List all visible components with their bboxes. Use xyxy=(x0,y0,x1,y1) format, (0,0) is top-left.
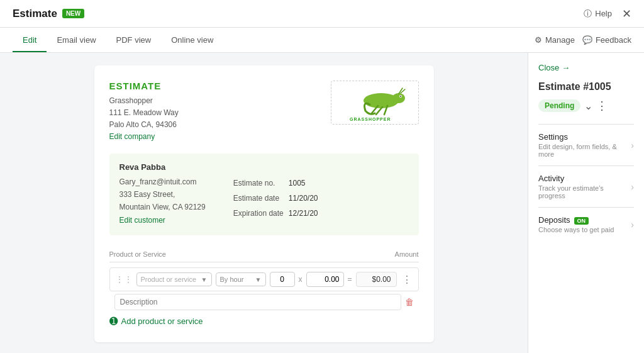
new-badge: NEW xyxy=(62,9,84,18)
customer-estimate-details: Estimate no. 1005 Estimate date 11/20/20… xyxy=(231,176,321,221)
product-col-header: Product or Service xyxy=(109,250,166,258)
activity-subtitle: Track your estimate's progress xyxy=(538,184,631,199)
company-block: ESTIMATE Grasshopper 111 E. Meadow Way P… xyxy=(109,81,179,141)
tab-bar-right: ⚙ Manage 💬 Feedback xyxy=(535,35,631,45)
right-sidebar: Close → Estimate #1005 Pending ⌄ ⋮ Setti… xyxy=(528,53,644,353)
settings-subtitle: Edit design, form fields, & more xyxy=(538,143,631,158)
tab-email-view[interactable]: Email view xyxy=(47,29,106,52)
deposits-chevron-icon: › xyxy=(631,220,634,230)
gear-icon: ⚙ xyxy=(535,35,542,45)
line-items-header: Product or Service Amount xyxy=(109,247,419,262)
add-circle-icon: ➊ xyxy=(109,315,118,327)
help-button[interactable]: ⓘ Help xyxy=(584,8,612,20)
quantity-input[interactable] xyxy=(270,272,295,287)
tab-pdf-view[interactable]: PDF view xyxy=(106,29,162,52)
deposits-subtitle: Choose ways to get paid xyxy=(538,226,631,233)
description-row: 🗑 xyxy=(109,294,419,310)
product-chevron-icon: ▼ xyxy=(201,276,208,283)
product-select[interactable]: Product or service ▼ xyxy=(136,272,212,286)
line-item-row: ⋮⋮ Product or service ▼ By hour ▼ x = $0… xyxy=(109,267,419,291)
status-row: Pending ⌄ ⋮ xyxy=(538,99,634,113)
settings-title: Settings xyxy=(538,132,631,142)
company-logo: GRASSHOPPER LANDSCAPING xyxy=(337,84,413,121)
drag-handle-icon[interactable]: ⋮⋮ xyxy=(115,274,133,284)
status-dropdown-button[interactable]: ⌄ xyxy=(584,100,592,112)
edit-company-link[interactable]: Edit company xyxy=(109,132,155,141)
deposits-title-row: Deposits ON xyxy=(538,215,631,226)
tab-edit[interactable]: Edit xyxy=(13,29,47,52)
rate-chevron-icon: ▼ xyxy=(255,276,262,283)
main-layout: ESTIMATE Grasshopper 111 E. Meadow Way P… xyxy=(0,53,644,353)
manage-button[interactable]: ⚙ Manage xyxy=(535,35,575,45)
rate-type-select[interactable]: By hour ▼ xyxy=(216,272,266,286)
activity-title: Activity xyxy=(538,174,631,183)
line-item-more-button[interactable]: ⋮ xyxy=(401,274,413,286)
customer-details: Gary_franz@intuit.com 333 Easy Street, M… xyxy=(119,176,409,227)
estimate-card: ESTIMATE Grasshopper 111 E. Meadow Way P… xyxy=(94,65,434,342)
help-circle-icon: ⓘ xyxy=(584,8,592,20)
description-input[interactable] xyxy=(114,294,401,310)
feedback-button[interactable]: 💬 Feedback xyxy=(582,35,631,45)
content-area: ESTIMATE Grasshopper 111 E. Meadow Way P… xyxy=(0,53,528,353)
top-bar-left: Estimate NEW xyxy=(13,8,84,20)
close-button[interactable]: ✕ xyxy=(622,7,631,21)
customer-address: Gary_franz@intuit.com 333 Easy Street, M… xyxy=(119,176,206,227)
amount-display: $0.00 xyxy=(356,272,397,287)
svg-point-3 xyxy=(400,96,401,97)
company-info: Grasshopper 111 E. Meadow Way Palo Alto … xyxy=(109,95,179,132)
settings-chevron-icon: › xyxy=(631,140,634,150)
tab-bar: Edit Email view PDF view Online view ⚙ M… xyxy=(0,28,644,53)
equals-separator: = xyxy=(348,275,352,284)
svg-point-1 xyxy=(392,93,405,103)
page-title: Estimate xyxy=(13,8,57,20)
status-badge: Pending xyxy=(538,99,580,112)
top-bar: Estimate NEW ⓘ Help ✕ xyxy=(0,0,644,28)
delete-line-item-button[interactable]: 🗑 xyxy=(405,297,414,307)
activity-chevron-icon: › xyxy=(631,182,634,192)
sidebar-more-options-button[interactable]: ⋮ xyxy=(596,99,608,113)
card-header: ESTIMATE Grasshopper 111 E. Meadow Way P… xyxy=(109,81,419,141)
feedback-icon: 💬 xyxy=(582,35,592,45)
svg-text:GRASSHOPPER: GRASSHOPPER xyxy=(350,117,391,121)
edit-customer-link[interactable]: Edit customer xyxy=(119,216,165,225)
deposits-title: Deposits xyxy=(538,215,570,225)
multiply-separator: x xyxy=(299,275,303,284)
estimate-number: Estimate #1005 xyxy=(538,81,634,92)
amount-col-header: Amount xyxy=(395,250,419,258)
settings-section[interactable]: Settings Edit design, form fields, & mor… xyxy=(538,124,634,165)
customer-section: Reva Pabba Gary_franz@intuit.com 333 Eas… xyxy=(109,154,419,236)
tab-online-view[interactable]: Online view xyxy=(161,29,223,52)
tabs: Edit Email view PDF view Online view xyxy=(13,29,223,52)
activity-section[interactable]: Activity Track your estimate's progress … xyxy=(538,165,634,207)
estimate-label: ESTIMATE xyxy=(109,81,179,91)
deposits-section[interactable]: Deposits ON Choose ways to get paid › xyxy=(538,207,634,241)
deposits-on-badge: ON xyxy=(574,217,589,225)
logo-box: GRASSHOPPER LANDSCAPING xyxy=(331,81,419,125)
customer-name: Reva Pabba xyxy=(119,162,409,172)
top-bar-right: ⓘ Help ✕ xyxy=(584,7,631,21)
close-link[interactable]: Close → xyxy=(538,63,634,72)
arrow-right-icon: → xyxy=(562,63,570,72)
add-product-button[interactable]: ➊ Add product or service xyxy=(109,315,203,327)
rate-input[interactable] xyxy=(306,272,344,287)
